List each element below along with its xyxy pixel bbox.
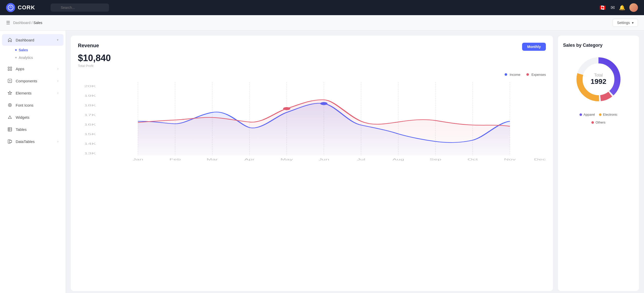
settings-button[interactable]: Settings ▾: [613, 19, 638, 27]
chevron-down-icon: ▾: [632, 21, 634, 25]
breadcrumb-separator: /: [31, 21, 33, 25]
svg-text:14K: 14K: [84, 142, 96, 145]
svg-text:20K: 20K: [84, 85, 96, 88]
svg-point-31: [283, 107, 290, 110]
legend-apparel: Apparel: [579, 113, 595, 116]
svg-text:Sep: Sep: [430, 158, 441, 161]
electronic-label: Electronic: [603, 113, 617, 116]
components-icon: [7, 78, 13, 84]
font-icons-icon: [7, 102, 13, 108]
svg-text:18K: 18K: [84, 104, 96, 107]
donut-total-value: 1992: [591, 78, 606, 86]
revenue-header: Revenue Monthly: [78, 43, 546, 51]
electronic-dot: [599, 113, 602, 116]
svg-text:16K: 16K: [84, 123, 96, 126]
others-label: Others: [595, 120, 605, 124]
expenses-label: Expenses: [531, 73, 546, 77]
mail-button[interactable]: ✉: [611, 5, 615, 11]
sidebar-item-elements[interactable]: Elements ›: [2, 87, 63, 99]
chevron-right-icon: ›: [57, 67, 58, 70]
sidebar-widgets-label: Widgets: [16, 115, 58, 119]
tables-icon: [7, 127, 13, 132]
chevron-down-icon: ▾: [57, 38, 58, 42]
svg-text:Jul: Jul: [357, 158, 365, 161]
sidebar-item-analytics[interactable]: Analytics: [13, 54, 60, 61]
sidebar-dashboard-label: Dashboard: [16, 38, 54, 42]
apparel-label: Apparel: [584, 113, 595, 116]
elements-icon: [7, 90, 13, 96]
avatar[interactable]: [629, 3, 638, 12]
active-dot: [15, 49, 17, 51]
breadcrumb: Dashboard / Sales: [13, 21, 42, 25]
topnav-right: 🇨🇦 ✉ 🔔: [598, 3, 638, 12]
legend-electronic: Electronic: [599, 113, 617, 116]
svg-text:Jan: Jan: [133, 158, 143, 161]
svg-point-7: [9, 104, 10, 106]
svg-point-6: [8, 104, 12, 107]
expenses-legend: Expenses: [526, 73, 546, 77]
home-icon: [7, 37, 13, 43]
svg-text:15K: 15K: [84, 133, 96, 136]
income-legend: Income: [505, 73, 520, 77]
chevron-right-icon: ›: [57, 79, 58, 83]
sidebar-elements-label: Elements: [16, 91, 54, 95]
sidebar-item-dashboard[interactable]: Dashboard ▾: [2, 34, 63, 46]
svg-text:Aug: Aug: [392, 158, 404, 161]
flag-icon[interactable]: 🇨🇦: [598, 4, 607, 12]
svg-text:17K: 17K: [84, 113, 96, 116]
donut-legend: Apparel Electronic Others: [571, 113, 627, 124]
sidebar-item-tables[interactable]: Tables: [2, 124, 63, 135]
sidebar-item-sales[interactable]: Sales: [13, 46, 60, 54]
sidebar-item-font-icons[interactable]: Font Icons: [2, 99, 63, 111]
inactive-dot: [15, 57, 17, 58]
content-area: Revenue Monthly $10,840 Total Profit Inc…: [66, 31, 644, 293]
sidebar-sales-label: Sales: [19, 48, 28, 52]
donut-total-label: Total: [591, 73, 606, 78]
search-wrap: 🔍: [51, 4, 157, 12]
sidebar-apps-label: Apps: [16, 67, 54, 71]
svg-rect-3: [8, 69, 9, 70]
svg-text:Dec: Dec: [534, 158, 546, 161]
breadcrumb-root: Dashboard: [13, 21, 31, 25]
sidebar-fonticons-label: Font Icons: [16, 103, 58, 107]
svg-rect-4: [10, 69, 12, 70]
svg-text:Jun: Jun: [318, 158, 329, 161]
sidebar-item-datatables[interactable]: DataTables ›: [2, 136, 63, 147]
donut-chart: Total 1992: [573, 54, 624, 105]
sidebar-item-widgets[interactable]: Widgets: [2, 111, 63, 123]
breadcrumb-current: Sales: [33, 21, 42, 25]
revenue-amount: $10,840: [78, 53, 546, 63]
sidebar-datatables-label: DataTables: [16, 139, 54, 144]
sidebar-analytics-label: Analytics: [19, 56, 33, 60]
svg-text:Mar: Mar: [207, 158, 218, 161]
svg-text:19K: 19K: [84, 94, 96, 97]
sidebar-tables-label: Tables: [16, 127, 58, 132]
chevron-right-icon: ›: [57, 91, 58, 95]
donut-title: Sales by Category: [563, 43, 603, 48]
topnav: CORK 🔍 🇨🇦 ✉ 🔔: [0, 0, 644, 15]
apps-icon: [7, 66, 13, 71]
brand-name: CORK: [18, 4, 35, 11]
svg-text:Feb: Feb: [169, 158, 181, 161]
expenses-dot: [526, 73, 529, 76]
income-dot: [505, 73, 507, 76]
apparel-dot: [579, 113, 582, 116]
datatables-icon: [7, 139, 13, 144]
brand: CORK: [6, 3, 47, 12]
bell-button[interactable]: 🔔: [619, 5, 625, 11]
sidebar-components-label: Components: [16, 79, 54, 83]
svg-rect-2: [10, 67, 12, 68]
sidebar: Dashboard ▾ Sales Analytics: [0, 31, 66, 293]
donut-center: Total 1992: [591, 73, 606, 86]
svg-text:Nov: Nov: [504, 158, 516, 161]
sidebar-item-components[interactable]: Components ›: [2, 75, 63, 87]
svg-text:Oct: Oct: [467, 158, 478, 161]
hamburger-button[interactable]: ☰: [6, 20, 10, 26]
main-layout: Dashboard ▾ Sales Analytics: [0, 31, 644, 293]
sidebar-item-apps[interactable]: Apps ›: [2, 63, 63, 75]
svg-rect-10: [9, 140, 12, 143]
chevron-right-icon: ›: [57, 140, 58, 143]
monthly-button[interactable]: Monthly: [522, 43, 546, 51]
others-dot: [591, 121, 594, 124]
search-input[interactable]: [51, 4, 109, 12]
